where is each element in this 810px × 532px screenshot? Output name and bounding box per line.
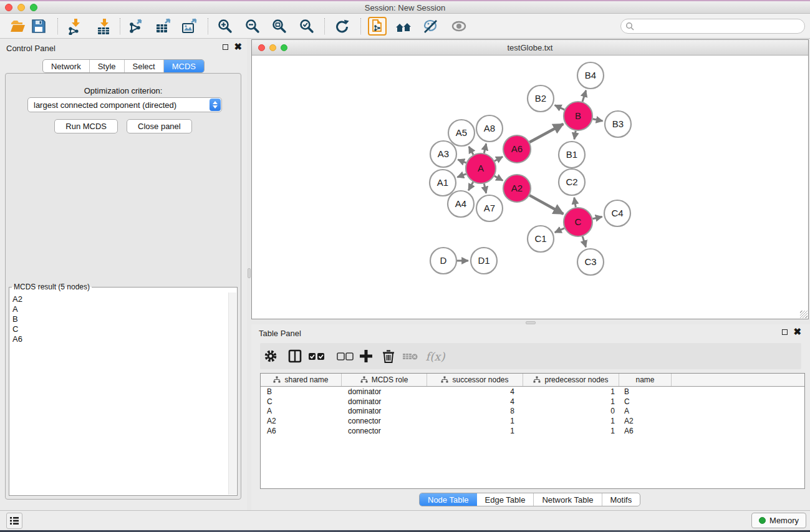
tab-node-table[interactable]: Node Table [420, 493, 477, 506]
show-hide-eye-icon[interactable] [450, 17, 468, 36]
result-scrollbar[interactable] [228, 293, 236, 495]
refresh-icon[interactable] [332, 17, 351, 36]
mcds-result-item[interactable]: B [12, 314, 236, 324]
graph-edge-B-B4[interactable] [582, 90, 586, 102]
table-cell[interactable]: A [261, 407, 342, 415]
run-mcds-button[interactable]: Run MCDS [54, 119, 118, 133]
tab-network-table[interactable]: Network Table [534, 493, 602, 506]
new-network-from-selection-icon[interactable] [368, 17, 387, 36]
toggle-style-icon[interactable] [421, 17, 440, 36]
table-options-gear-icon[interactable] [261, 347, 280, 365]
export-image-icon[interactable] [180, 17, 198, 36]
table-cell[interactable]: 1 [427, 427, 523, 435]
tab-network[interactable]: Network [43, 60, 90, 72]
table-cell[interactable]: 4 [427, 387, 523, 396]
zoom-out-icon[interactable] [243, 17, 262, 36]
network-window-titlebar[interactable]: testGlobe.txt [252, 40, 808, 56]
select-all-checkboxes-icon[interactable] [307, 347, 326, 365]
graph-edge-A-A1[interactable] [457, 174, 466, 177]
table-cell[interactable]: B [619, 387, 672, 396]
first-neighbors-icon[interactable] [394, 17, 413, 36]
table-row[interactable]: Bdominator41B [261, 387, 804, 397]
search-input[interactable] [634, 22, 804, 31]
resize-grip-icon[interactable] [800, 311, 808, 318]
table-cell[interactable]: A6 [261, 427, 342, 435]
delete-table-icon[interactable] [401, 347, 420, 365]
table-row[interactable]: Adominator80A [261, 406, 804, 416]
import-network-icon[interactable] [65, 17, 84, 36]
table-cell[interactable]: 8 [427, 407, 523, 415]
table-row[interactable]: Cdominator41C [261, 397, 804, 407]
graph-edge-B-B1[interactable] [574, 131, 576, 140]
float-panel-icon[interactable] [223, 44, 228, 50]
task-history-list-icon[interactable] [6, 513, 22, 529]
zoom-selected-icon[interactable] [297, 17, 316, 36]
graph-edge-A-A4[interactable] [468, 182, 473, 190]
network-canvas[interactable]: AA1A2A3A4A5A6A7A8BB1B2B3B4CC1C2C3C4DD1 [252, 56, 808, 319]
close-panel-button[interactable]: Close panel [127, 119, 192, 133]
table-cell[interactable]: 1 [427, 417, 523, 425]
zoom-in-icon[interactable] [216, 17, 234, 36]
table-cell[interactable]: 1 [523, 387, 619, 396]
add-column-icon[interactable] [357, 347, 375, 365]
graph-edge-C-C4[interactable] [592, 216, 602, 218]
graph-edge-C-C2[interactable] [574, 198, 576, 208]
table-cell[interactable]: connector [342, 417, 427, 425]
graph-edge-A-A6[interactable] [494, 157, 503, 161]
table-cell[interactable]: 0 [523, 407, 619, 415]
column-header-shared-name[interactable]: shared name [261, 374, 342, 386]
graph-edge-B-B3[interactable] [593, 119, 603, 121]
open-file-icon[interactable] [8, 17, 27, 36]
zoom-fit-icon[interactable] [270, 17, 289, 36]
graph-edge-C-C1[interactable] [555, 228, 564, 233]
table-cell[interactable]: 4 [427, 397, 523, 406]
table-cell[interactable]: A6 [619, 427, 672, 435]
table-cell[interactable]: A2 [619, 417, 672, 425]
import-table-icon[interactable] [94, 17, 113, 36]
export-network-icon[interactable] [127, 17, 145, 36]
table-row[interactable]: A2connector11A2 [261, 416, 804, 426]
save-session-icon[interactable] [29, 17, 48, 36]
table-cell[interactable]: 1 [523, 397, 619, 406]
export-table-icon[interactable] [153, 17, 172, 36]
tab-style[interactable]: Style [90, 60, 125, 72]
close-panel-icon[interactable]: ✖ [793, 329, 801, 335]
table-cell[interactable]: C [261, 397, 342, 406]
graph-edge-A6-B[interactable] [529, 124, 563, 142]
graph-edge-C-C3[interactable] [582, 236, 586, 247]
table-cell[interactable]: C [619, 397, 672, 406]
memory-button[interactable]: Memory [751, 513, 806, 528]
mcds-result-item[interactable]: A2 [12, 294, 236, 304]
table-cell[interactable]: dominator [342, 387, 427, 396]
function-builder-icon[interactable]: f(x) [426, 347, 445, 365]
tab-motifs[interactable]: Motifs [602, 493, 640, 506]
graph-edge-A-A2[interactable] [494, 176, 503, 180]
graph-edge-A2-C[interactable] [529, 195, 563, 214]
graph-edge-B-B2[interactable] [555, 105, 565, 110]
mcds-result-item[interactable]: A6 [12, 334, 236, 344]
deselect-all-checkboxes-icon[interactable] [336, 347, 355, 365]
table-cell[interactable]: 1 [523, 427, 619, 435]
column-header-mcds-role[interactable]: MCDS role [342, 374, 427, 386]
graph-edge-A-A5[interactable] [469, 147, 473, 155]
table-cell[interactable]: B [261, 387, 342, 396]
table-cell[interactable]: 1 [523, 417, 619, 425]
graph-edge-A-A7[interactable] [484, 183, 486, 193]
column-header-name[interactable]: name [619, 374, 672, 386]
tab-select[interactable]: Select [125, 60, 164, 72]
show-columns-icon[interactable] [286, 347, 304, 365]
tab-mcds[interactable]: MCDS [164, 60, 204, 72]
tab-edge-table[interactable]: Edge Table [477, 493, 534, 506]
mcds-result-item[interactable]: A [12, 304, 236, 314]
criterion-dropdown[interactable]: largest connected component (directed) [27, 97, 222, 112]
network-graph[interactable]: AA1A2A3A4A5A6A7A8BB1B2B3B4CC1C2C3C4DD1 [252, 56, 808, 319]
delete-columns-trash-icon[interactable] [379, 347, 398, 365]
table-cell[interactable]: A [619, 407, 672, 415]
table-cell[interactable]: dominator [342, 397, 427, 406]
column-header-predecessor-nodes[interactable]: predecessor nodes [523, 374, 619, 386]
graph-edge-A-A8[interactable] [484, 143, 486, 153]
table-cell[interactable]: A2 [261, 417, 342, 425]
table-cell[interactable]: dominator [342, 407, 427, 415]
float-panel-icon[interactable] [782, 329, 788, 335]
column-header-successor-nodes[interactable]: successor nodes [427, 374, 523, 386]
